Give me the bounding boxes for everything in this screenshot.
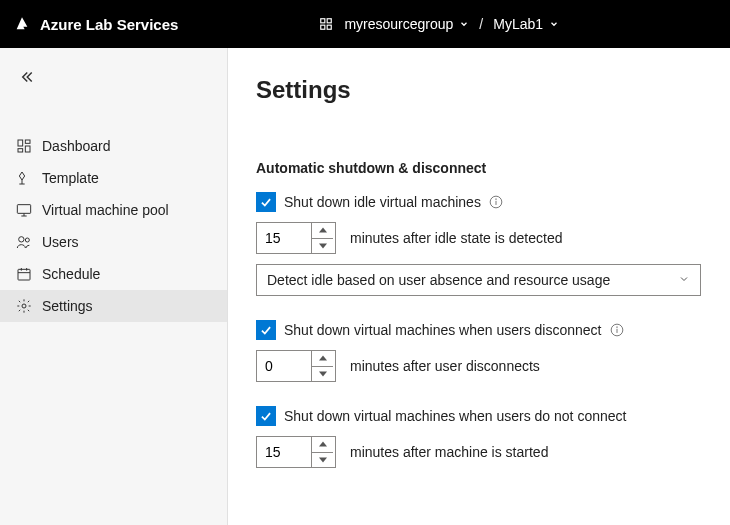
svg-rect-4 xyxy=(18,140,23,146)
checkbox-shutdown-noconnect[interactable] xyxy=(256,406,276,426)
checkbox-label: Shut down virtual machines when users do… xyxy=(284,408,626,424)
dashboard-icon xyxy=(16,138,32,154)
svg-point-17 xyxy=(22,304,26,308)
breadcrumb-lab[interactable]: MyLab1 xyxy=(493,16,559,32)
idle-minutes-field[interactable] xyxy=(257,223,311,253)
spin-down[interactable] xyxy=(312,453,333,468)
svg-marker-28 xyxy=(319,442,327,447)
main: Dashboard Template Virtual machine pool … xyxy=(0,48,730,525)
breadcrumb-resource-group[interactable]: myresourcegroup xyxy=(344,16,469,32)
spin-down[interactable] xyxy=(312,367,333,382)
setting-shutdown-noconnect: Shut down virtual machines when users do… xyxy=(256,406,702,468)
sidebar-item-users[interactable]: Users xyxy=(0,226,227,258)
spin-up[interactable] xyxy=(312,223,333,239)
section-title: Automatic shutdown & disconnect xyxy=(256,160,702,176)
svg-point-12 xyxy=(25,238,29,242)
chevron-down-icon xyxy=(549,19,559,29)
dropdown-value: Detect idle based on user absence and re… xyxy=(267,272,610,288)
svg-marker-26 xyxy=(319,356,327,361)
breadcrumb-lab-label: MyLab1 xyxy=(493,16,543,32)
sidebar-item-template[interactable]: Template xyxy=(0,162,227,194)
checkbox-label: Shut down idle virtual machines xyxy=(284,194,481,210)
svg-marker-27 xyxy=(319,371,327,376)
chevron-down-icon xyxy=(678,272,690,288)
azure-icon xyxy=(14,16,30,32)
svg-marker-21 xyxy=(319,228,327,233)
svg-rect-6 xyxy=(25,146,30,152)
breadcrumb-sep: / xyxy=(479,16,483,32)
sidebar-item-settings[interactable]: Settings xyxy=(0,290,227,322)
svg-rect-13 xyxy=(18,269,30,280)
disconnect-minutes-field[interactable] xyxy=(257,351,311,381)
spin-up[interactable] xyxy=(312,437,333,453)
info-icon[interactable] xyxy=(489,195,503,209)
checkbox-label: Shut down virtual machines when users di… xyxy=(284,322,602,338)
svg-rect-8 xyxy=(17,205,30,214)
noconnect-minutes-label: minutes after machine is started xyxy=(350,444,548,460)
sidebar-item-label: Users xyxy=(42,234,79,250)
gear-icon xyxy=(16,298,32,314)
svg-rect-5 xyxy=(25,140,30,143)
sidebar-item-label: Template xyxy=(42,170,99,186)
sidebar-item-label: Settings xyxy=(42,298,93,314)
noconnect-minutes-input[interactable] xyxy=(256,436,336,468)
info-icon[interactable] xyxy=(610,323,624,337)
sidebar-item-label: Dashboard xyxy=(42,138,111,154)
collapse-sidebar-button[interactable] xyxy=(0,60,227,94)
brand-text: Azure Lab Services xyxy=(40,16,178,33)
svg-rect-1 xyxy=(328,19,332,23)
svg-rect-7 xyxy=(18,149,23,152)
svg-marker-29 xyxy=(319,457,327,462)
checkbox-shutdown-disconnect[interactable] xyxy=(256,320,276,340)
disconnect-minutes-input[interactable] xyxy=(256,350,336,382)
topbar: Azure Lab Services myresourcegroup / MyL… xyxy=(0,0,730,48)
setting-shutdown-disconnect: Shut down virtual machines when users di… xyxy=(256,320,702,382)
spin-down[interactable] xyxy=(312,239,333,254)
svg-point-25 xyxy=(616,327,617,328)
content: Settings Automatic shutdown & disconnect… xyxy=(228,48,730,525)
brand: Azure Lab Services xyxy=(14,16,178,33)
chevron-down-icon xyxy=(459,19,469,29)
page-title: Settings xyxy=(256,76,702,104)
idle-detect-dropdown[interactable]: Detect idle based on user absence and re… xyxy=(256,264,701,296)
sidebar-item-label: Schedule xyxy=(42,266,100,282)
resource-group-icon xyxy=(318,16,334,32)
vm-pool-icon xyxy=(16,202,32,218)
spinner xyxy=(311,351,333,381)
svg-rect-2 xyxy=(328,25,332,29)
template-icon xyxy=(16,170,32,186)
spinner xyxy=(311,223,333,253)
users-icon xyxy=(16,234,32,250)
checkbox-shutdown-idle[interactable] xyxy=(256,192,276,212)
sidebar-item-label: Virtual machine pool xyxy=(42,202,169,218)
svg-marker-22 xyxy=(319,243,327,248)
sidebar-item-vm-pool[interactable]: Virtual machine pool xyxy=(0,194,227,226)
breadcrumb: myresourcegroup / MyLab1 xyxy=(318,16,559,32)
spinner xyxy=(311,437,333,467)
noconnect-minutes-field[interactable] xyxy=(257,437,311,467)
schedule-icon xyxy=(16,266,32,282)
setting-shutdown-idle: Shut down idle virtual machines minutes … xyxy=(256,192,702,296)
idle-minutes-input[interactable] xyxy=(256,222,336,254)
svg-rect-0 xyxy=(321,19,325,23)
breadcrumb-rg-label: myresourcegroup xyxy=(344,16,453,32)
svg-point-11 xyxy=(19,237,24,242)
idle-minutes-label: minutes after idle state is detected xyxy=(350,230,562,246)
sidebar: Dashboard Template Virtual machine pool … xyxy=(0,48,228,525)
svg-rect-3 xyxy=(321,25,325,29)
sidebar-item-schedule[interactable]: Schedule xyxy=(0,258,227,290)
spin-up[interactable] xyxy=(312,351,333,367)
svg-point-20 xyxy=(496,199,497,200)
sidebar-item-dashboard[interactable]: Dashboard xyxy=(0,130,227,162)
disconnect-minutes-label: minutes after user disconnects xyxy=(350,358,540,374)
